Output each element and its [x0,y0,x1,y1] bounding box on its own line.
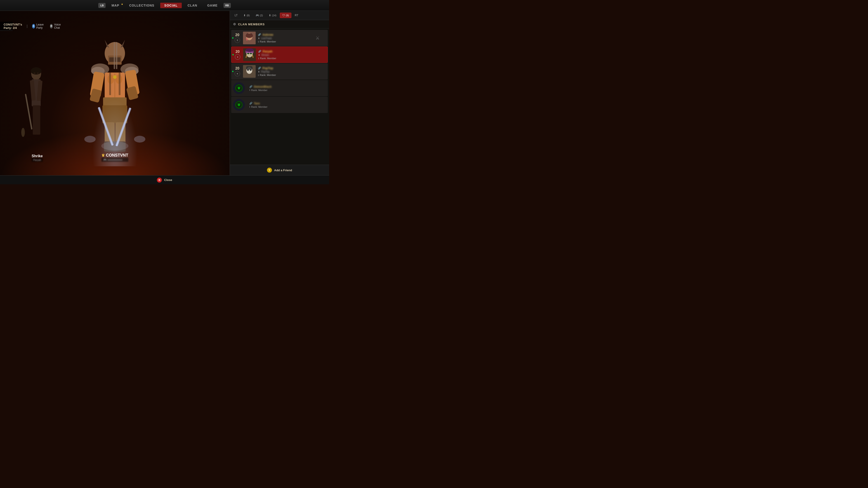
rank-icon: ℹ [249,89,250,91]
filter-tab-down[interactable]: ⬇ (14) [266,13,279,18]
member-info: 🔗 Tare ℹ Rank: Member [249,102,326,108]
member-item[interactable]: 20 ✦ 🔗 PopTop [231,63,328,79]
friends-count: (8) [247,14,250,17]
down-icon: ⬇ [269,14,271,17]
add-friend-bar[interactable]: Y Add a Friend [230,165,329,175]
member-level-block: 20 ✝ [233,33,242,43]
member-name: PopTop [262,66,273,70]
xbox-icon: 🎮 [256,14,259,17]
main-content: CONSTVNT's Party: 2/4 | X Leave Party R … [0,11,329,175]
nav-item-map[interactable]: MAP [107,3,123,8]
online-indicator [232,71,234,72]
voice-chat-label: Voice Chat [54,23,62,29]
member-level: 20 [235,33,239,37]
member-level-block: 20 ✦ [233,50,242,60]
svg-rect-26 [103,97,127,106]
right-panel: LT ⬇ (8) 🎮 (2) ⬇ (14) 🛡 (9) RT [230,11,329,175]
rank-text: Rank: Member [251,89,268,92]
svg-point-43 [113,75,117,79]
member-level: 20 [236,50,240,54]
class-icon: ✝ [235,37,240,43]
svg-marker-14 [121,40,125,48]
member-rank: ℹ Rank: Member [258,74,326,76]
svg-marker-13 [105,40,109,48]
rb-button[interactable]: RB [223,3,231,8]
member-item[interactable]: 20 ✝ 🔗 [231,30,328,46]
leave-party-button[interactable]: X Leave Party [32,23,45,29]
rank-icon: ℹ [249,105,250,108]
member-name: Tare [254,102,260,105]
link-icon: 🔗 [258,67,261,70]
main-char-name: CONSTVNT [106,153,128,158]
svg-rect-5 [36,105,40,135]
section-title: CLAN MEMBERS [238,23,265,26]
member-avatar [243,65,256,78]
svg-point-10 [21,128,25,137]
member-name-row: 🔗 DemonBlack [249,85,326,88]
svg-point-8 [37,72,39,74]
voice-chat-button[interactable]: R Voice Chat [50,23,62,29]
member-item-selected[interactable]: 20 ✦ [231,46,328,63]
character-viewport: CONSTVNT's Party: 2/4 | X Leave Party R … [0,11,230,175]
member-gamertag: LowTrack [261,37,272,39]
party-info: CONSTVNT's Party: 2/4 [4,23,22,30]
nav-item-collections[interactable]: COLLECTIONS [125,3,158,8]
svg-rect-65 [246,66,252,70]
class-icon: ✦ [235,54,240,60]
member-item-offline-2[interactable]: 🔗 Tare ℹ Rank: Member [231,97,328,113]
y-button-icon: Y [267,168,272,173]
svg-rect-24 [109,72,111,95]
member-rank: ℹ Rank: Member [258,57,326,60]
svg-point-41 [134,136,145,142]
svg-point-58 [246,48,254,52]
main-character [79,37,151,155]
gamertag-icon: ⬇ [258,70,260,73]
nav-item-social[interactable]: SOCIAL [160,3,182,8]
member-list[interactable]: 20 ✝ 🔗 [230,29,329,165]
leave-party-label: Leave Party [36,23,45,29]
filter-tab-xbox[interactable]: 🎮 (2) [253,13,266,18]
secondary-character [18,60,54,155]
rank-icon: ℹ [258,40,259,43]
add-friend-label: Add a Friend [274,168,292,172]
close-label: Close [164,178,172,182]
member-gamertag-row: ⬇ PopTop [258,70,326,73]
nav-item-clan[interactable]: CLAN [184,3,202,8]
crown-icon: ♛ [101,153,105,158]
clan-count: (9) [286,14,289,17]
member-item-offline[interactable]: 🔗 DemonBlack ℹ Rank: Member [231,80,328,96]
member-info: 🔗 DemonBlack ℹ Rank: Member [249,85,326,92]
svg-point-7 [34,72,35,74]
svg-point-6 [31,67,41,74]
svg-point-48 [247,35,249,37]
filter-tab-friends[interactable]: ⬇ (8) [241,13,252,18]
member-name-row: 🔗 PopTop [258,66,326,70]
rank-icon: ℹ [258,57,259,60]
lb-button[interactable]: LB [98,3,105,8]
svg-point-42 [101,141,128,151]
offline-avatar [233,82,245,94]
member-gamertag: Shrике [261,54,269,56]
svg-rect-9 [25,94,33,130]
member-avatar [243,32,256,44]
filter-tabs: LT ⬇ (8) 🎮 (2) ⬇ (14) 🛡 (9) RT [230,11,329,20]
filter-tab-lt[interactable]: LT [232,13,240,18]
top-navigation: LB MAP COLLECTIONS SOCIAL CLAN GAME RB [0,0,329,11]
member-name: Ashrow [262,33,273,36]
bottom-bar: B Close [0,175,329,184]
lt-icon: LT [235,14,238,17]
secondary-char-gamertag: Paryah [32,158,43,162]
svg-rect-50 [246,33,252,37]
online-indicator [232,37,234,39]
rank-text: Rank: Member [260,74,276,76]
member-name-row: 🔗 Tare [249,102,326,105]
filter-tab-rt[interactable]: RT [292,13,301,18]
section-gear-icon: ⚙ [233,22,236,26]
filter-tab-clan[interactable]: 🛡 (9) [280,13,291,18]
main-char-gamertag: xxxxxxxxxxxx [107,158,123,161]
friends-icon: ⬇ [243,14,246,17]
link-icon: 🔗 [249,102,252,105]
nav-item-game[interactable]: GAME [203,3,222,8]
member-info: 🔗 Paryah ⬇ Shrике ℹ Rank: Member [258,50,326,60]
main-char-gamertag-row: 🎮 xxxxxxxxxxxx [101,158,128,162]
